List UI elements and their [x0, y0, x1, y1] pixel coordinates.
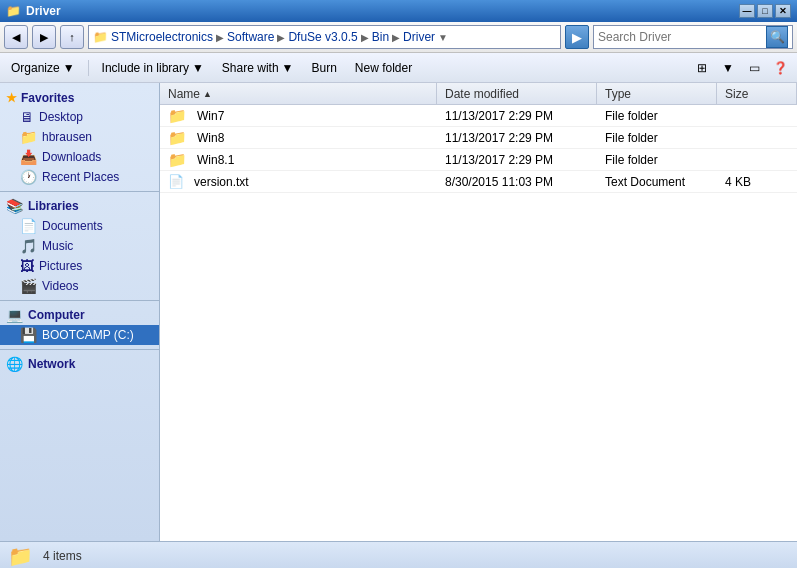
organize-label: Organize — [11, 61, 60, 75]
sidebar-item-hbrausen[interactable]: 📁 hbrausen — [0, 127, 159, 147]
action-bar: Organize ▼ Include in library ▼ Share wi… — [0, 53, 797, 83]
close-button[interactable]: ✕ — [775, 4, 791, 18]
file-name: version.txt — [194, 175, 249, 189]
sidebar-item-downloads[interactable]: 📥 Downloads — [0, 147, 159, 167]
search-input[interactable] — [598, 30, 764, 44]
minimize-button[interactable]: — — [739, 4, 755, 18]
search-box[interactable]: 🔍 — [593, 25, 793, 49]
search-button[interactable]: 🔍 — [766, 26, 788, 48]
title-bar: 📁 Driver — □ ✕ — [0, 0, 797, 22]
table-row[interactable]: 📁 Win7 11/13/2017 2:29 PM File folder — [160, 105, 797, 127]
column-header-size[interactable]: Size — [717, 83, 797, 104]
libraries-section: 📚 Libraries 📄 Documents 🎵 Music 🖼 Pictur… — [0, 196, 159, 296]
address-go-button[interactable]: ▶ — [565, 25, 589, 49]
include-library-arrow-icon: ▼ — [192, 61, 204, 75]
file-cell-date: 8/30/2015 11:03 PM — [437, 175, 597, 189]
documents-icon: 📄 — [20, 218, 37, 234]
sidebar-item-recent-label: Recent Places — [42, 170, 119, 184]
column-header-date[interactable]: Date modified — [437, 83, 597, 104]
file-cell-type: Text Document — [597, 175, 717, 189]
title-bar-controls: — □ ✕ — [739, 4, 791, 18]
preview-pane-button[interactable]: ▭ — [743, 57, 765, 79]
sidebar-divider-1 — [0, 191, 159, 192]
file-name: Win7 — [197, 109, 224, 123]
favorites-header[interactable]: ★ Favorites — [0, 89, 159, 107]
sidebar-item-bootcamp[interactable]: 💾 BOOTCAMP (C:) — [0, 325, 159, 345]
address-bar[interactable]: 📁 STMicroelectronics ▶ Software ▶ DfuSe … — [88, 25, 561, 49]
libraries-label: Libraries — [28, 199, 79, 213]
help-button[interactable]: ❓ — [769, 57, 791, 79]
burn-button[interactable]: Burn — [306, 58, 341, 78]
file-cell-name: 📁 Win7 — [160, 107, 437, 125]
view-controls: ⊞ ▼ ▭ ❓ — [691, 57, 791, 79]
toolbar: ◀ ▶ ↑ 📁 STMicroelectronics ▶ Software ▶ … — [0, 22, 797, 53]
table-row[interactable]: 📁 Win8.1 11/13/2017 2:29 PM File folder — [160, 149, 797, 171]
file-list: Name ▲ Date modified Type Size 📁 Win7 11… — [160, 83, 797, 541]
network-label: Network — [28, 357, 75, 371]
file-cell-type: File folder — [597, 109, 717, 123]
downloads-icon: 📥 — [20, 149, 37, 165]
network-header[interactable]: 🌐 Network — [0, 354, 159, 374]
sidebar-item-music[interactable]: 🎵 Music — [0, 236, 159, 256]
network-icon: 🌐 — [6, 356, 23, 372]
main-area: ★ Favorites 🖥 Desktop 📁 hbrausen 📥 Downl… — [0, 83, 797, 541]
computer-header[interactable]: 💻 Computer — [0, 305, 159, 325]
pictures-icon: 🖼 — [20, 258, 34, 274]
window-title: Driver — [26, 4, 61, 18]
sidebar-divider-3 — [0, 349, 159, 350]
view-list-button[interactable]: ⊞ — [691, 57, 713, 79]
sidebar-item-desktop[interactable]: 🖥 Desktop — [0, 107, 159, 127]
sidebar-item-downloads-label: Downloads — [42, 150, 101, 164]
sidebar-item-desktop-label: Desktop — [39, 110, 83, 124]
window-icon: 📁 — [6, 4, 21, 18]
favorites-label: Favorites — [21, 91, 74, 105]
back-button[interactable]: ◀ — [4, 25, 28, 49]
document-icon: 📄 — [168, 174, 184, 189]
share-with-label: Share with — [222, 61, 279, 75]
column-header-name[interactable]: Name ▲ — [160, 83, 437, 104]
crumb-driver[interactable]: Driver — [403, 30, 435, 44]
recent-icon: 🕐 — [20, 169, 37, 185]
up-button[interactable]: ↑ — [60, 25, 84, 49]
hbrausen-icon: 📁 — [20, 129, 37, 145]
new-folder-button[interactable]: New folder — [350, 58, 417, 78]
burn-label: Burn — [311, 61, 336, 75]
sidebar-item-videos[interactable]: 🎬 Videos — [0, 276, 159, 296]
file-cell-type: File folder — [597, 153, 717, 167]
view-options-button[interactable]: ▼ — [717, 57, 739, 79]
sidebar-item-recent[interactable]: 🕐 Recent Places — [0, 167, 159, 187]
sort-arrow-icon: ▲ — [203, 89, 212, 99]
crumb-bin[interactable]: Bin — [372, 30, 389, 44]
file-name: Win8.1 — [197, 153, 234, 167]
share-with-arrow-icon: ▼ — [282, 61, 294, 75]
include-library-label: Include in library — [102, 61, 189, 75]
maximize-button[interactable]: □ — [757, 4, 773, 18]
organize-button[interactable]: Organize ▼ — [6, 58, 80, 78]
title-bar-left: 📁 Driver — [6, 4, 61, 18]
crumb-stm[interactable]: STMicroelectronics — [111, 30, 213, 44]
sidebar-item-pictures[interactable]: 🖼 Pictures — [0, 256, 159, 276]
share-with-button[interactable]: Share with ▼ — [217, 58, 299, 78]
column-header-type[interactable]: Type — [597, 83, 717, 104]
file-name: Win8 — [197, 131, 224, 145]
forward-button[interactable]: ▶ — [32, 25, 56, 49]
file-cell-name: 📄 version.txt — [160, 174, 437, 189]
table-row[interactable]: 📄 version.txt 8/30/2015 11:03 PM Text Do… — [160, 171, 797, 193]
libraries-header[interactable]: 📚 Libraries — [0, 196, 159, 216]
table-row[interactable]: 📁 Win8 11/13/2017 2:29 PM File folder — [160, 127, 797, 149]
crumb-dfuse[interactable]: DfuSe v3.0.5 — [288, 30, 357, 44]
desktop-icon: 🖥 — [20, 109, 34, 125]
network-section: 🌐 Network — [0, 354, 159, 374]
action-divider-1 — [88, 60, 89, 76]
computer-label: Computer — [28, 308, 85, 322]
sidebar-item-documents[interactable]: 📄 Documents — [0, 216, 159, 236]
crumb-software[interactable]: Software — [227, 30, 274, 44]
file-cell-size: 4 KB — [717, 175, 797, 189]
sidebar-item-bootcamp-label: BOOTCAMP (C:) — [42, 328, 134, 342]
file-cell-type: File folder — [597, 131, 717, 145]
computer-section: 💻 Computer 💾 BOOTCAMP (C:) — [0, 305, 159, 345]
include-library-button[interactable]: Include in library ▼ — [97, 58, 209, 78]
file-cell-date: 11/13/2017 2:29 PM — [437, 131, 597, 145]
libraries-icon: 📚 — [6, 198, 23, 214]
sidebar-item-music-label: Music — [42, 239, 73, 253]
